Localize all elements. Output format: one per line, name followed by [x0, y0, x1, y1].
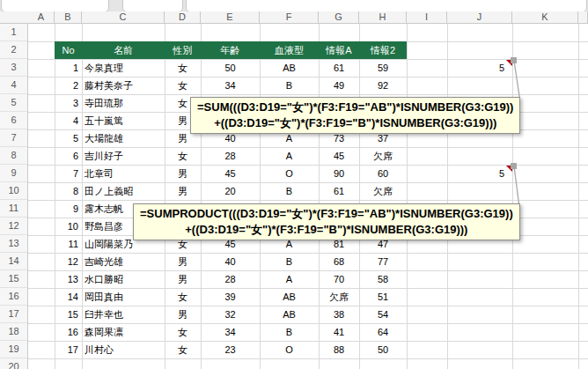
table-cell[interactable]: 11	[55, 235, 82, 253]
name-box[interactable]	[1, 0, 109, 12]
row-header-15[interactable]: 15	[0, 270, 27, 288]
table-cell[interactable]: 28	[201, 270, 260, 288]
column-header-G[interactable]: G	[319, 11, 359, 23]
table-cell[interactable]: 51	[359, 288, 407, 306]
column-header-C[interactable]: C	[82, 11, 165, 23]
table-cell[interactable]: 女	[165, 288, 201, 306]
table-cell[interactable]: 59	[359, 59, 407, 77]
table-cell[interactable]: 藤村美奈子	[82, 77, 165, 94]
column-header-E[interactable]: E	[201, 11, 260, 23]
row-header-13[interactable]: 13	[0, 235, 27, 253]
formula-input[interactable]	[186, 0, 587, 12]
table-cell[interactable]: B	[260, 77, 319, 94]
table-cell[interactable]: 20	[201, 182, 260, 200]
table-cell[interactable]: 90	[319, 165, 359, 182]
table-cell[interactable]: 岡田真由	[82, 288, 165, 306]
table-cell[interactable]: 32	[201, 306, 260, 323]
table-cell[interactable]: 68	[319, 253, 359, 270]
table-cell[interactable]: 58	[359, 270, 407, 288]
table-cell[interactable]: 森岡果凛	[82, 323, 165, 341]
table-cell[interactable]: 54	[359, 306, 407, 323]
cell-J3[interactable]: 5	[447, 59, 508, 77]
column-header-A[interactable]: A	[28, 11, 55, 23]
table-cell[interactable]: 15	[55, 306, 82, 323]
table-cell[interactable]: O	[260, 165, 319, 182]
table-cell[interactable]: 40	[201, 253, 260, 270]
column-header-partial[interactable]	[578, 11, 588, 23]
table-cell[interactable]: AB	[260, 306, 319, 323]
row-header-9[interactable]: 9	[0, 165, 27, 182]
table-cell[interactable]: 9	[55, 200, 82, 218]
table-cell[interactable]: B	[260, 323, 319, 341]
table-cell[interactable]: 10	[55, 218, 82, 235]
table-cell[interactable]: 17	[55, 341, 82, 358]
column-header-B[interactable]: B	[55, 11, 82, 23]
cell-J9[interactable]: 5	[447, 165, 508, 182]
row-header-5[interactable]: 5	[0, 94, 27, 112]
table-cell[interactable]: 欠席	[359, 182, 407, 200]
table-header-4[interactable]: 年齢	[201, 41, 260, 59]
row-header-6[interactable]: 6	[0, 112, 27, 129]
row-header-1[interactable]: 1	[0, 24, 27, 41]
row-header-7[interactable]: 7	[0, 129, 27, 147]
table-cell[interactable]: 70	[319, 270, 359, 288]
table-cell[interactable]: 田ノ上義昭	[82, 182, 165, 200]
row-header-19[interactable]: 19	[0, 341, 27, 358]
table-cell[interactable]: AB	[260, 288, 319, 306]
table-cell[interactable]: 77	[359, 253, 407, 270]
table-cell[interactable]: 45	[319, 147, 359, 165]
table-cell[interactable]: 臼井幸也	[82, 306, 165, 323]
column-header-J[interactable]: J	[447, 11, 512, 23]
table-cell[interactable]: 欠席	[319, 288, 359, 306]
table-cell[interactable]: AB	[260, 59, 319, 77]
table-cell[interactable]: 41	[319, 323, 359, 341]
table-cell[interactable]: 女	[165, 147, 201, 165]
table-cell[interactable]: 吉川好子	[82, 147, 165, 165]
table-header-3[interactable]: 性別	[165, 41, 201, 59]
column-header-F[interactable]: F	[260, 11, 319, 23]
table-cell[interactable]: 男	[165, 270, 201, 288]
table-cell[interactable]: 大場龍雄	[82, 129, 165, 147]
table-cell[interactable]: 3	[55, 94, 82, 112]
table-cell[interactable]: 61	[319, 59, 359, 77]
row-header-18[interactable]: 18	[0, 323, 27, 341]
row-header-17[interactable]: 17	[0, 306, 27, 323]
table-cell[interactable]: 五十嵐篤	[82, 112, 165, 129]
table-cell[interactable]: 1	[55, 59, 82, 77]
table-cell[interactable]: B	[260, 253, 319, 270]
table-cell[interactable]: 12	[55, 253, 82, 270]
table-cell[interactable]: 8	[55, 182, 82, 200]
table-cell[interactable]: 女	[165, 323, 201, 341]
table-cell[interactable]: 39	[201, 288, 260, 306]
row-header-14[interactable]: 14	[0, 253, 27, 270]
row-header-10[interactable]: 10	[0, 182, 27, 200]
table-cell[interactable]: 寺田琉那	[82, 94, 165, 112]
table-cell[interactable]: 23	[201, 341, 260, 358]
table-cell[interactable]: 49	[319, 77, 359, 94]
table-cell[interactable]: 2	[55, 77, 82, 94]
table-cell[interactable]: 45	[201, 165, 260, 182]
column-header-D[interactable]: D	[165, 11, 201, 23]
table-cell[interactable]: O	[260, 341, 319, 358]
table-cell[interactable]: 北章司	[82, 165, 165, 182]
table-header-6[interactable]: 情報A	[319, 41, 359, 59]
table-cell[interactable]: 6	[55, 147, 82, 165]
table-cell[interactable]: 吉崎光雄	[82, 253, 165, 270]
table-cell[interactable]: 男	[165, 182, 201, 200]
table-header-2[interactable]: 名前	[82, 41, 165, 59]
column-header-K[interactable]: K	[512, 11, 578, 23]
row-header-16[interactable]: 16	[0, 288, 27, 306]
table-cell[interactable]: 16	[55, 323, 82, 341]
table-cell[interactable]: 64	[359, 323, 407, 341]
row-header-4[interactable]: 4	[0, 77, 27, 94]
row-header-20[interactable]: 20	[0, 358, 27, 369]
insert-function-box[interactable]	[122, 0, 183, 12]
table-cell[interactable]: 水口勝昭	[82, 270, 165, 288]
column-header-I[interactable]: I	[407, 11, 447, 23]
table-cell[interactable]: 女	[165, 341, 201, 358]
table-cell[interactable]: B	[260, 182, 319, 200]
table-header-1[interactable]: No	[55, 41, 82, 59]
table-cell[interactable]: 50	[359, 341, 407, 358]
row-header-12[interactable]: 12	[0, 218, 27, 235]
table-cell[interactable]: 欠席	[359, 147, 407, 165]
